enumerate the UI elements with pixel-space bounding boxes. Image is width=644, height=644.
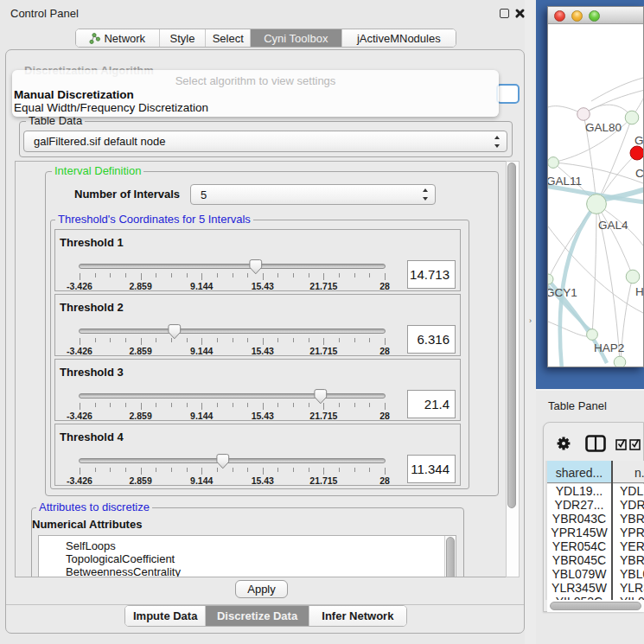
svg-text:HAP2: HAP2 [594,341,624,354]
svg-text:GA: GA [634,134,643,147]
svg-text:H: H [635,285,643,298]
svg-text:GAL80: GAL80 [585,121,622,134]
svg-text:C: C [635,167,643,180]
svg-text:GAL11: GAL11 [548,175,582,188]
svg-text:GAL4: GAL4 [598,219,628,232]
svg-text:GCY1: GCY1 [548,286,577,299]
